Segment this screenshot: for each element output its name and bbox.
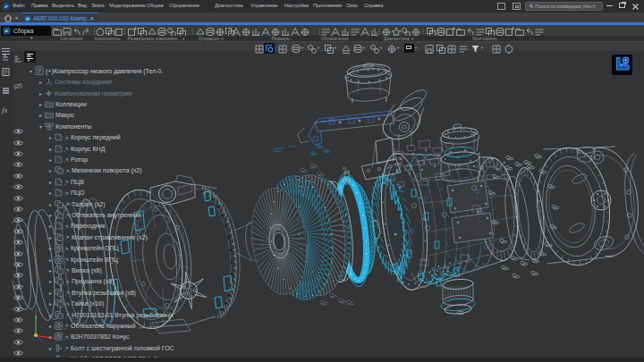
svg-text:fx: fx <box>2 105 8 114</box>
